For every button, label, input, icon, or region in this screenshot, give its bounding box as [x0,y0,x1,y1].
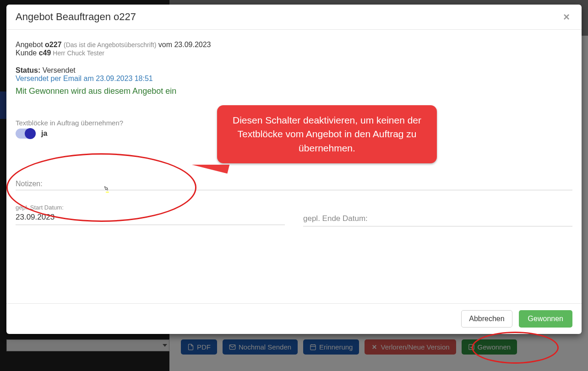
end-date-col [303,204,572,226]
start-date-col: gepl. Start Datum: [16,204,285,226]
customer-id: c49 [39,49,51,57]
notes-field[interactable]: Notizen: [16,180,572,190]
annotation-text: Diesen Schalter deaktivieren, um keinen … [233,115,421,153]
offer-date-prefix: vom [156,41,174,48]
offer-date: 23.09.2023 [174,41,211,48]
cancel-button[interactable]: Abbrechen [461,310,512,328]
customer-line: Kunde c49 Herr Chuck Tester [16,49,572,57]
status-value: Versendet [40,66,76,74]
modal-footer: Abbrechen Gewonnen [6,303,582,334]
toggle-knob [25,128,36,139]
date-row: gepl. Start Datum: [16,204,572,226]
win-message: Mit Gewonnen wird aus diesem Angebot ein [16,86,572,96]
status-label: Status: [16,66,40,74]
textblocks-toggle[interactable] [16,129,36,139]
modal-body: Angebot o227 (Das ist die Angebotsübersc… [6,30,582,303]
end-date-input[interactable] [303,212,572,226]
offer-id: o227 [45,41,61,48]
start-date-input[interactable] [16,211,285,225]
offer-line: Angebot o227 (Das ist die Angebotsübersc… [16,41,572,49]
start-date-label: gepl. Start Datum: [16,204,285,211]
confirm-won-button[interactable]: Gewonnen [519,310,572,328]
status-line: Status: Versendet [16,66,572,75]
notes-placeholder: Notizen: [16,180,572,190]
modal-header: Angebot Beauftragen o227 × [6,5,582,30]
textblocks-toggle-value: ja [41,129,47,138]
customer-prefix: Kunde [16,49,39,57]
offer-prefix: Angebot [16,41,45,48]
customer-name: Herr Chuck Tester [51,49,104,57]
modal-close-button[interactable]: × [561,11,572,23]
offer-subtitle: (Das ist die Angebotsüberschrift) [64,41,156,48]
sent-link[interactable]: Versendet per Email am 23.09.2023 18:51 [16,75,572,83]
modal-title: Angebot Beauftragen o227 [16,11,136,23]
annotation-callout: Diesen Schalter deaktivieren, um keinen … [217,105,437,163]
assign-offer-modal: Angebot Beauftragen o227 × Angebot o227 … [6,5,582,334]
